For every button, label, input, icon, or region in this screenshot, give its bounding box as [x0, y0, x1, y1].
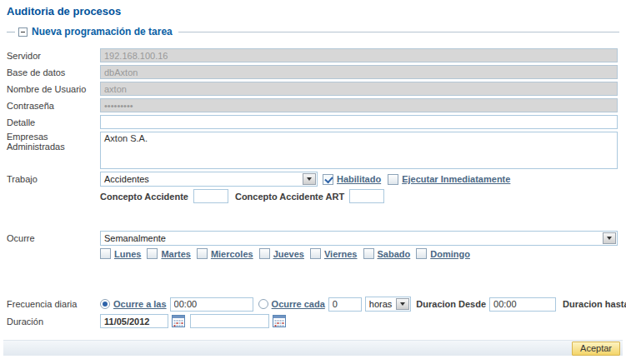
ocurre-selected-value: Semanalmente	[101, 233, 602, 243]
ocurre-cada-value-input[interactable]	[328, 297, 362, 312]
nombre-usuario-label: Nombre de Usuario	[7, 84, 100, 94]
collapse-icon[interactable]	[18, 27, 28, 37]
ocurre-a-las-time-input[interactable]	[170, 297, 253, 312]
field-row-duracion: Duración	[7, 314, 618, 328]
field-row-base-de-datos: Base de datos	[7, 65, 618, 79]
viernes-checkbox[interactable]	[310, 248, 321, 259]
chevron-down-icon[interactable]	[303, 173, 316, 185]
duracion-hasta-label: Duracion hasta	[563, 299, 626, 309]
day-item-jueves: Jueves	[259, 248, 304, 259]
field-row-nombre-usuario: Nombre de Usuario	[7, 82, 618, 96]
ocurre-cada-radio[interactable]	[258, 299, 268, 309]
calendar-icon[interactable]	[172, 315, 185, 328]
base-de-datos-input	[100, 65, 618, 79]
habilitado-label[interactable]: Habilitado	[337, 174, 381, 184]
ocurre-label: Ocurre	[7, 233, 100, 243]
ocurre-cada-unit-value: horas	[366, 299, 396, 309]
section-divider-line	[178, 32, 619, 32]
empresas-label: Empresas Administradas	[7, 132, 100, 152]
day-item-lunes: Lunes	[100, 248, 141, 259]
martes-label[interactable]: Martes	[161, 249, 190, 259]
martes-checkbox[interactable]	[147, 248, 158, 259]
miercoles-label[interactable]: Miercoles	[211, 249, 253, 259]
trabajo-selected-value: Accidentes	[101, 174, 302, 184]
chevron-down-icon[interactable]	[603, 232, 616, 244]
base-de-datos-label: Base de datos	[7, 67, 100, 77]
day-item-martes: Martes	[147, 248, 190, 259]
fecha-desde-input[interactable]	[100, 314, 168, 328]
jueves-checkbox[interactable]	[259, 248, 270, 259]
field-row-contrasena: Contraseña	[7, 98, 618, 112]
servidor-label: Servidor	[7, 51, 100, 61]
concepto-accidente-label: Concepto Accidente	[100, 192, 188, 202]
empresas-listbox[interactable]: Axton S.A.	[100, 132, 618, 169]
frecuencia-diaria-label: Frecuencia diaria	[7, 299, 100, 309]
ocurre-a-las-label[interactable]: Ocurre a las	[113, 299, 167, 309]
lunes-label[interactable]: Lunes	[114, 249, 141, 259]
field-row-ocurre: Ocurre Semanalmente	[7, 231, 618, 246]
day-item-domingo: Domingo	[416, 248, 470, 259]
concepto-accidente-art-input[interactable]	[349, 189, 384, 203]
domingo-checkbox[interactable]	[416, 248, 427, 259]
duracion-label: Duración	[7, 317, 100, 327]
section-header: Nueva programación de tarea	[7, 26, 619, 37]
day-item-sabado: Sabado	[363, 248, 411, 259]
ejecutar-inmediatamente-label[interactable]: Ejecutar Inmediatamente	[402, 174, 510, 184]
detalle-label: Detalle	[7, 117, 100, 127]
days-row: Lunes Martes Miercoles Jueves Viernes Sa…	[7, 248, 618, 259]
sabado-checkbox[interactable]	[363, 248, 374, 259]
calendar-icon[interactable]	[273, 315, 286, 328]
ocurre-select[interactable]: Semanalmente	[100, 231, 618, 246]
field-row-concepto: Concepto Accidente Concepto Accidente AR…	[7, 189, 618, 203]
jueves-label[interactable]: Jueves	[273, 249, 304, 259]
duracion-desde-label: Duracion Desde	[416, 299, 486, 309]
ocurre-cada-unit-select[interactable]: horas	[365, 297, 412, 312]
section-title: Nueva programación de tarea	[32, 26, 173, 37]
empresas-list-item[interactable]: Axton S.A.	[104, 133, 613, 143]
page-title: Auditoria de procesos	[7, 5, 626, 18]
servidor-input	[100, 48, 618, 62]
viernes-label[interactable]: Viernes	[324, 249, 358, 259]
ejecutar-inmediatamente-checkbox[interactable]	[388, 174, 398, 185]
accept-button[interactable]: Aceptar	[572, 342, 620, 356]
footer-bar: Aceptar	[3, 340, 623, 356]
detalle-input[interactable]	[100, 115, 618, 129]
field-row-servidor: Servidor	[7, 48, 618, 62]
section-dash	[7, 32, 15, 32]
ocurre-cada-label[interactable]: Ocurre cada	[272, 299, 325, 309]
fecha-hasta-input[interactable]	[190, 314, 269, 328]
field-row-empresas: Empresas Administradas Axton S.A.	[7, 132, 618, 169]
day-item-viernes: Viernes	[310, 248, 358, 259]
trabajo-select[interactable]: Accidentes	[100, 172, 318, 187]
ocurre-a-las-radio[interactable]	[100, 299, 110, 309]
contrasena-input	[100, 98, 618, 112]
day-item-miercoles: Miercoles	[197, 248, 253, 259]
audit-process-page: Auditoria de procesos Nueva programación…	[0, 0, 626, 364]
field-row-trabajo: Trabajo Accidentes Habilitado Ejecutar I…	[7, 172, 618, 187]
trabajo-label: Trabajo	[7, 174, 100, 184]
concepto-accidente-art-label: Concepto Accidente ART	[235, 192, 344, 202]
field-row-detalle: Detalle	[7, 115, 618, 129]
nombre-usuario-input	[100, 82, 618, 96]
field-row-frecuencia-diaria: Frecuencia diaria Ocurre a las Ocurre ca…	[7, 297, 618, 312]
habilitado-checkbox[interactable]	[323, 174, 333, 185]
duracion-desde-input[interactable]	[489, 297, 556, 312]
concepto-accidente-input[interactable]	[193, 189, 228, 203]
sabado-label[interactable]: Sabado	[378, 249, 411, 259]
miercoles-checkbox[interactable]	[197, 248, 208, 259]
chevron-down-icon[interactable]	[396, 298, 409, 310]
domingo-label[interactable]: Domingo	[430, 249, 470, 259]
lunes-checkbox[interactable]	[100, 248, 111, 259]
contrasena-label: Contraseña	[7, 101, 100, 111]
